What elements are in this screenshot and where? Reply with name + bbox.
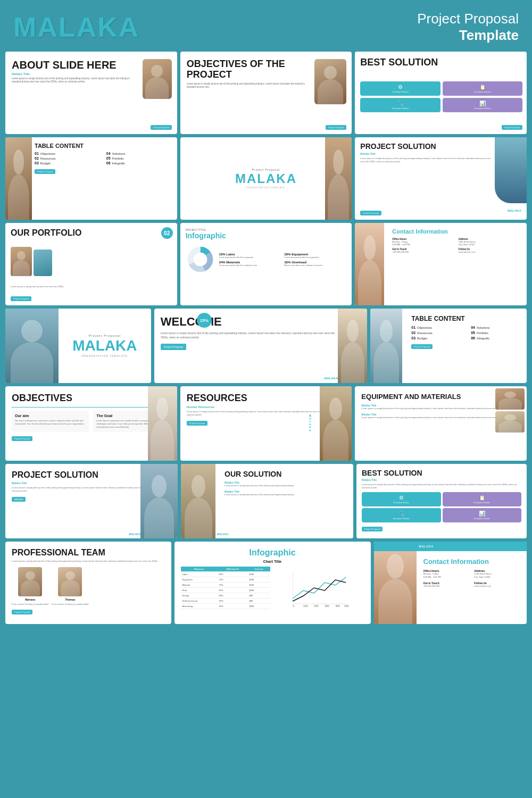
best-sol-badge: Project Proposal (502, 125, 522, 130)
table-badge: Project Proposal (35, 169, 55, 174)
table-item-4: 04 Solutions (106, 152, 173, 155)
wt-item-1: 01 Objectives (411, 326, 463, 329)
table-item-3: 03 Budget (35, 161, 101, 165)
presentation-label: PRESENTATION TEMPLATE (235, 186, 297, 189)
header-subtitle: Project Proposal Template (417, 11, 519, 44)
wt-item-3: 03 Budget (411, 336, 463, 340)
welcome-slide: 15% WELCOME Lorem ipsum is simply dummy … (154, 309, 368, 383)
item-num-4: 04 (106, 152, 111, 155)
icon-label-4: Description Solution (474, 107, 491, 110)
bsw-icon-lbl-1: Consultant Solution (393, 502, 409, 504)
row-2: TABLE CONTENT 01 Objectives 04 Solutions… (5, 137, 527, 220)
psw-malaka: MALAKA (129, 533, 140, 536)
item-label-6: Infografic (112, 162, 126, 165)
project-solution-slide: PROJECT SOLUTION Malaka Title Lorem ipsu… (355, 137, 527, 220)
wt-badge: Project Proposal (411, 344, 432, 349)
legend-lbl-1: Costs associated with the manpower (219, 256, 282, 259)
svg-text:0: 0 (293, 604, 294, 608)
portfolio-heading: OUR PORTFOLIO (11, 228, 173, 238)
icon-label-2: Description Solution (474, 91, 491, 93)
contact-item-3: Get in Touch +00-000-000-000 (392, 248, 456, 253)
wt-num-2: 02 (411, 331, 415, 335)
wt-num-1: 01 (411, 326, 415, 329)
row-3: 02 OUR PORTFOLIO Lorem ipsum is simply d… (5, 223, 527, 305)
wm-content: Project Proposal MALAKA PRESENTATION TEM… (59, 309, 151, 383)
ci-value-4: www.website.com (459, 251, 522, 253)
contact-info: Contact Information Office Hours Monday … (392, 228, 522, 253)
bsw-icon-4: 📊 Description Solution (443, 508, 522, 522)
obj-cols: Our aim Our aim to entrepreneur contract… (12, 411, 171, 432)
icon-box-2: 📋 Description Solution (443, 81, 522, 96)
svg-text:200: 200 (314, 604, 319, 608)
obj-photo (314, 59, 346, 104)
osw-item-2: Malaka Title Lorem ipsum is simply dummy… (225, 490, 347, 496)
bsw-icon-lbl-2: Description Solution (473, 502, 490, 504)
wt-lbl-1: Objectives (417, 326, 432, 329)
best-sol-wide-slide: BEST SOLUTION Malaka Title Lorem ipsum i… (356, 464, 527, 538)
wt-num-3: 03 (411, 336, 415, 340)
row-6: MALAKA PROJECT SOLUTION Malaka Title Lor… (5, 464, 527, 538)
page-wrapper: MALAKA Project Proposal Template ABOUT S… (0, 0, 532, 633)
bsw-chart-icon: 📊 (479, 511, 485, 517)
about-text: ABOUT SLIDE HERE Malaka Title Lorem ipsu… (12, 59, 139, 84)
bsw-icon-2: 📋 Description Solution (443, 492, 522, 506)
pt-member-1: Mariana From section Contrary to popular… (12, 567, 48, 605)
th-resource: Resource (181, 567, 218, 572)
row-1: ABOUT SLIDE HERE Malaka Title Lorem ipsu… (5, 52, 527, 134)
legend-item-4: 32% Overhead Basic costs that cover soft… (285, 261, 348, 267)
wt-lbl-6: Infografic (477, 337, 490, 340)
welcome-malaka: MALAKA (324, 377, 338, 380)
about-badge: Project Proposal (151, 125, 171, 130)
ci-value-3: +00-000-000-000 (392, 251, 456, 253)
psw-badge: MALAKA (12, 497, 26, 502)
item-label-5: Portfolio (112, 157, 124, 160)
legend-item-1: 15% Labor Costs associated with the manp… (219, 253, 282, 259)
iw-chart-title: Chart Title (181, 560, 364, 563)
welcome-photo (338, 309, 367, 383)
proj-sol-badge: Project Proposal (360, 211, 381, 215)
portfolio-content: 02 OUR PORTFOLIO Lorem ipsum is simply d… (5, 223, 177, 305)
wt-items: 01 Objectives 04 Solutions 02 Resources … (411, 326, 522, 340)
objectives-wide-slide: OBJECTIVES Our aim Our aim to entreprene… (5, 386, 177, 461)
icon-label-1: Consultant Solution (392, 91, 408, 93)
about-photo (143, 59, 172, 99)
contact-item-1: Office Hours Monday - Friday8:00 AM - 5:… (392, 238, 456, 246)
cw-item-3: Get in Touch +00-000-000-000 (423, 581, 472, 588)
about-subtitle: Malaka Title (12, 72, 139, 76)
table-item-5: 05 Portfolio (106, 156, 173, 160)
table-left-photo (5, 137, 32, 220)
obj-badge: Project Proposal (326, 125, 346, 130)
pt-photo-1 (18, 567, 42, 596)
pt-heading: PROFESSIONAL TEAM (12, 548, 165, 558)
professional-team-slide: PROFESSIONAL TEAM Lorem ipsum is simply … (5, 542, 171, 624)
about-slide: ABOUT SLIDE HERE Malaka Title Lorem ipsu… (5, 52, 177, 134)
welcome-heading: WELCOME (161, 315, 336, 329)
obj-wide-badge: Project Proposal (12, 436, 32, 441)
header: MALAKA Project Proposal Template (5, 5, 527, 52)
osw-content: OUR SOLUTION Malaka Title Lorem ipsum is… (225, 470, 347, 496)
our-sol-wide-slide: MALAKA OUR SOLUTION Malaka Title Lorem i… (181, 464, 353, 538)
resources-photo (320, 386, 352, 461)
legend-lbl-3: Costs associated with the material cover (219, 264, 282, 267)
contact-photo (355, 223, 384, 305)
about-body: Lorem ipsum is simply dummy text of the … (12, 77, 139, 84)
legend-lbl-4: Basic costs that cover software requests (285, 264, 348, 267)
wt-heading: TABLE CONTENT (411, 315, 522, 322)
item-num-3: 03 (35, 161, 39, 165)
proj-sol-watermark: MALAKA (508, 209, 521, 212)
about-slide-content: ABOUT SLIDE HERE Malaka Title Lorem ipsu… (5, 52, 177, 134)
cw-grid: Office Hours Monday - Friday8:00 AM - 5:… (423, 569, 523, 588)
th-cost: Cost est (247, 567, 270, 572)
line-chart-svg: 0 100 200 300 400 500 (275, 567, 364, 609)
table-item-6: 06 Infografic (106, 161, 173, 165)
malaka-center-slide: Project Proposal MALAKA PRESENTATION TEM… (180, 137, 352, 220)
obj-wide-heading: OBJECTIVES (12, 393, 171, 404)
bsw-gear-icon: ⚙ (399, 495, 404, 501)
ci-value-2: 1234 Street NameCity, State 12345 (459, 240, 522, 246)
infographic-legend: 15% Labor Costs associated with the manp… (219, 253, 348, 267)
title-line1: Project Proposal (417, 11, 519, 27)
title-line2: Template (417, 27, 519, 44)
obj-col1-body: Our aim to entrepreneur contract is a go… (15, 419, 86, 426)
table-row: Advertising40%$200 (181, 604, 271, 609)
bsw-body: Lorem ipsum is simply dummy text of the … (362, 483, 521, 489)
